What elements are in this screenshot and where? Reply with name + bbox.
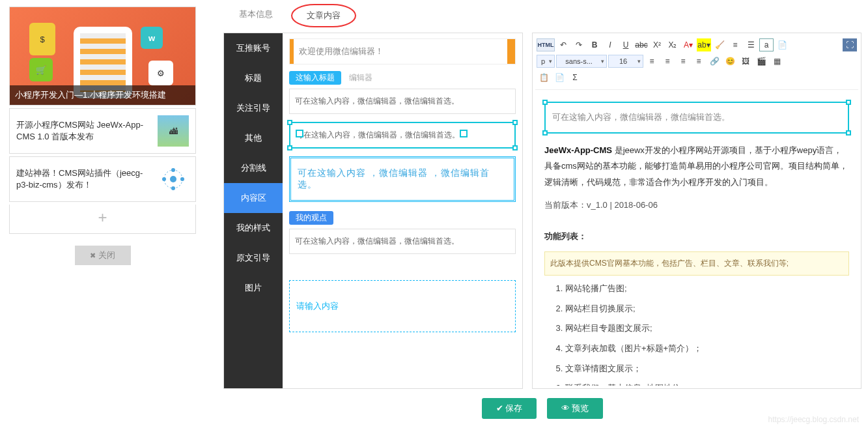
component-panel: 互推账号 标题 关注引导 其他 分割线 内容区 我的样式 原文引导 图片 欢迎使… (223, 33, 523, 389)
svg-point-2 (171, 168, 175, 172)
close-button[interactable]: 关闭 (75, 246, 131, 265)
thumbnail-icon (158, 164, 189, 195)
copy-icon[interactable]: 📋 (537, 71, 551, 84)
format-select[interactable]: p (537, 55, 555, 68)
list-item: 网站栏目专题图文展示; (565, 321, 849, 337)
char-icon[interactable]: a (759, 38, 774, 51)
article-card[interactable]: $ w 🛒 ⚙ 小程序开发入门—1.小程序开发环境搭建 (9, 7, 196, 106)
decor-badge: 🛒 (29, 58, 53, 81)
list-item[interactable]: 开源小程序CMS网站 JeeWx-App-CMS 1.0 首版本发布 🏙 (9, 108, 196, 154)
footer-actions: ✔ 保存 👁 预览 (223, 389, 861, 421)
version-line: 当前版本：v_1.0 | 2018-06-06 (544, 197, 849, 214)
list-item[interactable]: 建站神器！CMS网站插件（jeecg-p3-biz-cms）发布！ (9, 156, 196, 202)
editor-tag: 编辑器 (345, 71, 376, 85)
video-icon[interactable]: 🎬 (754, 55, 768, 68)
input-placeholder-box[interactable]: 请输入内容 (289, 280, 516, 332)
subscript-icon[interactable]: X₂ (665, 38, 680, 51)
component-menu: 互推账号 标题 关注引导 其他 分割线 内容区 我的样式 原文引导 图片 (224, 33, 283, 388)
feature-title: 功能列表： (544, 229, 849, 245)
underline-icon[interactable]: U (619, 38, 633, 51)
table-icon[interactable]: ▦ (770, 55, 784, 68)
font-select[interactable]: sans-s... (556, 55, 607, 68)
menu-item[interactable]: 原文引导 (224, 243, 283, 273)
list-item: 网站栏目切换展示; (565, 301, 849, 317)
menu-item-active[interactable]: 内容区 (224, 183, 283, 213)
decor-badge: ⚙ (148, 61, 173, 85)
template-box[interactable]: 可在这输入内容，微信编辑器，微信编辑首选。 (289, 89, 516, 114)
highlighted-block[interactable]: 可在这输入内容，微信编辑器，微信编辑首选。 (544, 102, 849, 134)
menu-item[interactable]: 互推账号 (224, 33, 283, 63)
title-tag[interactable]: 这输入标题 (289, 71, 341, 85)
list-item: 文章列表加载（图片+标题+简介）； (565, 341, 849, 357)
list-item-text: 开源小程序CMS网站 JeeWx-App-CMS 1.0 首版本发布 (16, 119, 152, 143)
opinion-tag[interactable]: 我的观点 (289, 211, 333, 225)
bold-icon[interactable]: B (587, 38, 602, 51)
link-icon[interactable]: 🔗 (707, 55, 721, 68)
font-color-icon[interactable]: A▾ (681, 38, 695, 51)
undo-icon[interactable]: ↶ (556, 38, 570, 51)
editor-toolbar: HTML ↶ ↷ B I U abc X² X₂ A▾ ab▾ 🧹 ≡ ☰ a … (535, 36, 858, 90)
hero-image: $ w 🛒 ⚙ 小程序开发入门—1.小程序开发环境搭建 (10, 7, 195, 105)
align-right-icon[interactable]: ≡ (676, 55, 690, 68)
add-button[interactable]: + (9, 205, 196, 234)
svg-point-1 (170, 176, 176, 182)
redo-icon[interactable]: ↷ (572, 38, 586, 51)
menu-item[interactable]: 其他 (224, 123, 283, 153)
fullscreen-icon[interactable]: ⛶ (843, 38, 857, 51)
align-center-icon[interactable]: ≡ (660, 55, 675, 68)
emoji-icon[interactable]: 😊 (723, 55, 737, 68)
ol-icon[interactable]: ≡ (728, 38, 742, 51)
list-item: 网站轮播广告图; (565, 281, 849, 297)
list-item-text: 建站神器！CMS网站插件（jeecg-p3-biz-cms）发布！ (16, 167, 152, 191)
html-button[interactable]: HTML (537, 38, 555, 51)
svg-point-3 (180, 177, 184, 181)
feature-list: 网站轮播广告图; 网站栏目切换展示; 网站栏目专题图文展示; 文章列表加载（图片… (565, 281, 849, 386)
tab-basic-info[interactable]: 基本信息 (225, 4, 287, 27)
paragraph: JeeWx-App-CMS 是jeewx开发的小程序网站开源项目，基于小程序we… (544, 143, 849, 191)
list-item: 文章详情图文展示； (565, 361, 849, 377)
ul-icon[interactable]: ☰ (744, 38, 758, 51)
align-left-icon[interactable]: ≡ (645, 55, 659, 68)
sigma-icon[interactable]: Σ (568, 71, 582, 84)
size-select[interactable]: 16 (608, 55, 643, 68)
welcome-bar[interactable]: 欢迎使用微信编辑器！ (289, 38, 516, 64)
decor-badge: w (141, 27, 163, 49)
list-item: 联系我们，基本信息+地图地位； (565, 380, 849, 386)
svg-point-4 (171, 186, 175, 190)
menu-item[interactable]: 我的样式 (224, 213, 283, 243)
decor-badge: $ (29, 23, 55, 55)
editor-content[interactable]: 可在这输入内容，微信编辑器，微信编辑首选。 JeeWx-App-CMS 是jee… (535, 90, 858, 386)
template-box[interactable]: 可在这输入内容，微信编辑器，微信编辑首选。 (289, 229, 516, 254)
paste-icon[interactable]: 📄 (552, 71, 567, 84)
menu-item[interactable]: 分割线 (224, 153, 283, 183)
superscript-icon[interactable]: X² (650, 38, 664, 51)
hero-caption: 小程序开发入门—1.小程序开发环境搭建 (10, 85, 195, 105)
thumbnail-icon: 🏙 (158, 115, 189, 147)
preview-button[interactable]: 👁 预览 (547, 398, 604, 419)
template-box[interactable]: 可在这输入内容 ，微信编辑器 ，微信编辑首选。 (289, 156, 516, 202)
template-box-selected[interactable]: 可在这输入内容，微信编辑器，微信编辑首选。 (289, 122, 516, 149)
save-button[interactable]: ✔ 保存 (482, 398, 537, 419)
tab-bar: 基本信息 文章内容 (223, 4, 861, 27)
menu-item[interactable]: 图片 (224, 273, 283, 303)
align-justify-icon[interactable]: ≡ (692, 55, 706, 68)
tab-article-content[interactable]: 文章内容 (291, 4, 356, 27)
editor-panel: HTML ↶ ↷ B I U abc X² X₂ A▾ ab▾ 🧹 ≡ ☰ a … (532, 33, 861, 389)
highlight-icon[interactable]: ab▾ (697, 38, 711, 51)
left-sidebar: $ w 🛒 ⚙ 小程序开发入门—1.小程序开发环境搭建 开源小程序CMS网站 J… (0, 0, 205, 428)
notice-bar: 此版本提供CMS官网基本功能，包括广告、栏目、文章、联系我们等; (544, 251, 849, 276)
menu-item[interactable]: 标题 (224, 63, 283, 93)
clear-format-icon[interactable]: 🧹 (712, 38, 727, 51)
component-preview: 欢迎使用微信编辑器！ 这输入标题 编辑器 可在这输入内容，微信编辑器，微信编辑首… (283, 33, 522, 388)
image-icon[interactable]: 🖼 (738, 55, 753, 68)
italic-icon[interactable]: I (603, 38, 617, 51)
page-icon[interactable]: 📄 (775, 38, 789, 51)
strike-icon[interactable]: abc (634, 38, 649, 51)
menu-item[interactable]: 关注引导 (224, 93, 283, 123)
svg-point-5 (162, 177, 166, 181)
